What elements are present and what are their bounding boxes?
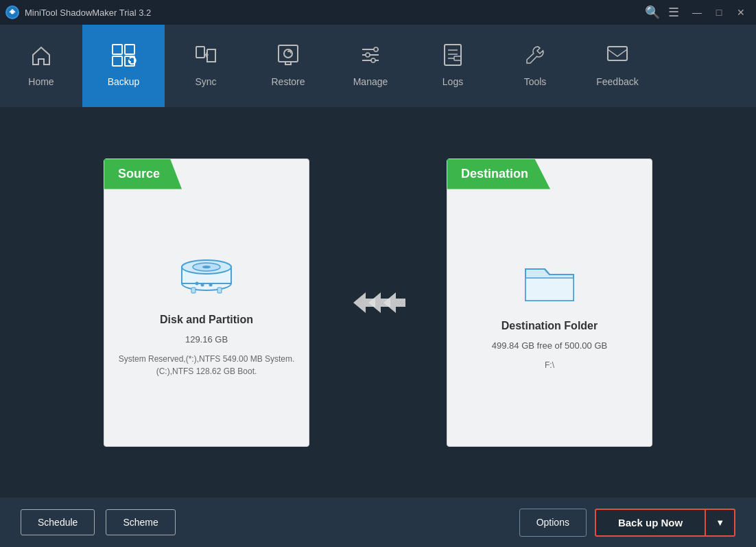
svg-rect-29: [191, 288, 196, 293]
disk-icon: [172, 248, 241, 305]
backup-now-button[interactable]: Back up Now: [595, 509, 706, 537]
window-controls: — □ ✕: [687, 5, 751, 20]
feedback-icon: [605, 43, 630, 71]
close-button[interactable]: ✕: [731, 5, 751, 20]
search-icon[interactable]: 🔍: [645, 5, 660, 20]
home-icon: [29, 43, 54, 71]
svg-rect-6: [196, 47, 204, 58]
tools-icon: [523, 43, 547, 71]
svg-rect-15: [445, 45, 461, 65]
source-description: System Reserved,(*:),NTFS 549.00 MB Syst…: [119, 353, 295, 377]
logs-icon: [440, 43, 465, 71]
bottom-left-buttons: Schedule Scheme: [21, 509, 176, 535]
titlebar-controls: 🔍 ☰ — □ ✕: [645, 5, 751, 20]
nav-feedback[interactable]: Feedback: [576, 25, 659, 107]
navbar: Home Backup Sync: [0, 25, 756, 107]
menu-icon[interactable]: ☰: [668, 5, 679, 20]
folder-icon: [519, 254, 580, 312]
nav-sync[interactable]: Sync: [165, 25, 247, 107]
source-title: Disk and Partition: [160, 314, 253, 326]
destination-title: Destination Folder: [501, 320, 598, 332]
bottom-right-buttons: Options Back up Now ▼: [519, 509, 735, 537]
bottom-bar: Schedule Scheme Options Back up Now ▼: [0, 498, 756, 547]
svg-point-1: [11, 11, 14, 14]
nav-logs[interactable]: Logs: [412, 25, 494, 107]
svg-rect-19: [454, 56, 461, 60]
svg-point-25: [202, 266, 211, 268]
backup-now-dropdown[interactable]: ▼: [706, 509, 735, 537]
minimize-button[interactable]: —: [687, 5, 707, 20]
direction-arrow: [351, 286, 405, 320]
source-card-header: Source: [104, 159, 182, 189]
destination-card-header: Destination: [447, 159, 550, 189]
svg-point-14: [371, 58, 375, 62]
title-left: MiniTool ShadowMaker Trial 3.2: [5, 5, 151, 19]
svg-rect-4: [113, 56, 122, 66]
svg-point-27: [201, 283, 204, 287]
app-logo: [5, 5, 19, 19]
nav-feedback-label: Feedback: [596, 76, 638, 87]
destination-card[interactable]: Destination Destination Folder 499.84 GB…: [447, 159, 652, 447]
svg-point-12: [374, 47, 378, 51]
nav-home[interactable]: Home: [0, 25, 82, 107]
svg-rect-2: [113, 45, 122, 54]
restore-icon: [276, 43, 300, 71]
nav-restore-label: Restore: [271, 76, 305, 87]
sync-icon: [193, 43, 218, 71]
manage-icon: [358, 43, 383, 71]
source-size: 129.16 GB: [185, 334, 228, 345]
options-button[interactable]: Options: [519, 509, 587, 537]
nav-home-label: Home: [28, 76, 54, 87]
dropdown-arrow-icon: ▼: [716, 517, 724, 528]
source-card[interactable]: Source Disk and Partition 129.16 GB: [104, 159, 309, 447]
app-title: MiniTool ShadowMaker Trial 3.2: [25, 8, 151, 18]
nav-logs-label: Logs: [442, 76, 463, 87]
nav-restore[interactable]: Restore: [247, 25, 329, 107]
destination-drive: F:\: [545, 359, 554, 371]
scheme-button[interactable]: Scheme: [106, 509, 175, 535]
main-content: Source Disk and Partition 129.16 GB: [0, 107, 756, 498]
schedule-button[interactable]: Schedule: [21, 509, 95, 535]
nav-manage[interactable]: Manage: [329, 25, 412, 107]
title-bar: MiniTool ShadowMaker Trial 3.2 🔍 ☰ — □ ✕: [0, 0, 756, 25]
svg-rect-3: [125, 45, 134, 54]
svg-point-13: [366, 53, 370, 57]
nav-tools[interactable]: Tools: [494, 25, 576, 107]
svg-rect-7: [279, 45, 298, 62]
nav-backup-label: Backup: [108, 76, 140, 87]
backup-icon: [110, 43, 137, 71]
nav-sync-label: Sync: [195, 76, 216, 87]
svg-rect-30: [217, 288, 222, 293]
source-header-label: Source: [104, 159, 182, 189]
svg-rect-20: [608, 47, 627, 60]
nav-tools-label: Tools: [524, 76, 547, 87]
destination-free-info: 499.84 GB free of 500.00 GB: [492, 340, 607, 351]
maximize-button[interactable]: □: [709, 5, 729, 20]
nav-backup[interactable]: Backup: [82, 25, 165, 107]
nav-manage-label: Manage: [353, 76, 388, 87]
svg-point-26: [196, 282, 199, 286]
destination-header-label: Destination: [447, 159, 550, 189]
svg-point-28: [209, 283, 213, 287]
